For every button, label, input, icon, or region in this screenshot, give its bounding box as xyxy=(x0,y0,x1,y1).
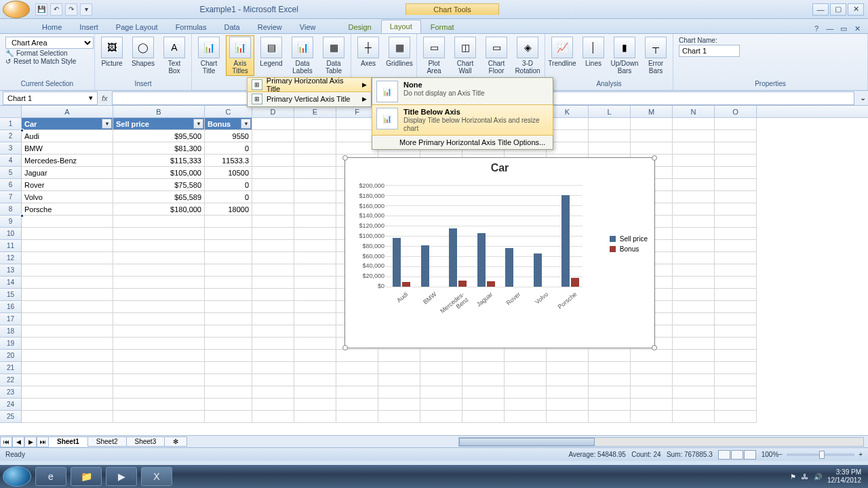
cell[interactable]: Audi xyxy=(22,130,113,142)
cell[interactable] xyxy=(252,264,294,277)
tab-formulas[interactable]: Formulas xyxy=(167,21,215,33)
cell[interactable] xyxy=(252,289,294,301)
row-header[interactable]: 20 xyxy=(0,350,22,362)
cell[interactable] xyxy=(589,374,631,386)
cell[interactable] xyxy=(294,155,336,167)
row-header[interactable]: 12 xyxy=(0,252,22,264)
cell[interactable] xyxy=(252,228,294,240)
chart-bar[interactable] xyxy=(505,248,513,287)
save-icon[interactable]: 💾 xyxy=(35,3,47,16)
cell[interactable] xyxy=(673,142,715,155)
cell[interactable] xyxy=(113,216,205,228)
cell[interactable] xyxy=(631,386,673,399)
row-header[interactable]: 22 xyxy=(0,374,22,386)
cell[interactable] xyxy=(113,350,205,362)
chart-bar[interactable] xyxy=(402,282,410,287)
qat-customize-icon[interactable]: ▾ xyxy=(80,3,92,16)
cell[interactable] xyxy=(252,252,294,264)
view-page-layout-button[interactable] xyxy=(731,450,743,460)
cell[interactable] xyxy=(22,399,113,411)
row-header[interactable]: 9 xyxy=(0,216,22,228)
cell[interactable]: Car▾ xyxy=(22,118,113,130)
cell[interactable] xyxy=(294,362,336,374)
cell[interactable] xyxy=(113,252,205,264)
tab-layout[interactable]: Layout xyxy=(381,20,421,33)
sheet-nav-prev[interactable]: ◀ xyxy=(12,436,24,447)
cell[interactable] xyxy=(113,362,205,374)
undo-icon[interactable]: ↶ xyxy=(50,3,62,16)
cell[interactable]: $95,500 xyxy=(113,130,205,142)
row-header[interactable]: 24 xyxy=(0,399,22,411)
cell[interactable] xyxy=(715,191,757,203)
cell[interactable] xyxy=(294,313,336,325)
cell[interactable] xyxy=(547,411,589,423)
cell[interactable] xyxy=(205,411,252,423)
cell[interactable] xyxy=(589,350,631,362)
cell[interactable] xyxy=(631,130,673,142)
cell[interactable] xyxy=(589,411,631,423)
cell[interactable] xyxy=(294,228,336,240)
close-button[interactable]: ✕ xyxy=(848,3,864,16)
cell[interactable] xyxy=(205,277,252,289)
tray-network-icon[interactable]: 🖧 xyxy=(802,473,808,481)
cell[interactable] xyxy=(715,386,757,399)
cell[interactable] xyxy=(589,118,631,130)
cell[interactable] xyxy=(378,399,420,411)
cell[interactable] xyxy=(547,350,589,362)
cell[interactable] xyxy=(673,301,715,313)
cell[interactable]: 0 xyxy=(205,142,252,155)
data-table-button[interactable]: ▦Data Table xyxy=(319,35,348,76)
selection-handle[interactable] xyxy=(20,129,24,132)
cell[interactable] xyxy=(715,130,757,142)
row-header[interactable]: 11 xyxy=(0,240,22,252)
cell[interactable]: Jaguar xyxy=(22,167,113,179)
cell[interactable] xyxy=(336,374,378,386)
row-header[interactable]: 10 xyxy=(0,228,22,240)
row-header[interactable]: 5 xyxy=(0,167,22,179)
tab-design[interactable]: Design xyxy=(340,21,379,33)
chart-bar[interactable] xyxy=(487,281,495,287)
chart-legend[interactable]: Sell price Bonus xyxy=(610,232,648,256)
plot-area-button[interactable]: ▭Plot Area xyxy=(420,35,448,76)
cell[interactable] xyxy=(631,399,673,411)
cell[interactable] xyxy=(294,289,336,301)
cell[interactable] xyxy=(22,277,113,289)
cell[interactable] xyxy=(673,228,715,240)
tab-home[interactable]: Home xyxy=(34,21,70,33)
cell[interactable] xyxy=(378,362,420,374)
row-header[interactable]: 2 xyxy=(0,130,22,142)
cell[interactable] xyxy=(673,411,715,423)
cell[interactable] xyxy=(715,167,757,179)
cell[interactable] xyxy=(589,386,631,399)
chart-bar[interactable] xyxy=(393,238,401,287)
cell[interactable] xyxy=(715,350,757,362)
selection-handle[interactable] xyxy=(20,214,24,218)
cell[interactable] xyxy=(22,216,113,228)
system-tray[interactable]: ⚑ 🖧 🔊 3:39 PM12/14/2012 xyxy=(790,468,865,485)
cell[interactable] xyxy=(252,155,294,167)
row-header[interactable]: 23 xyxy=(0,386,22,399)
cell[interactable] xyxy=(420,350,462,362)
cell[interactable] xyxy=(205,374,252,386)
cell[interactable] xyxy=(252,399,294,411)
chart-element-dropdown[interactable]: Chart Area xyxy=(5,37,94,49)
cell[interactable] xyxy=(294,374,336,386)
cell[interactable] xyxy=(673,374,715,386)
cell[interactable] xyxy=(113,228,205,240)
cell[interactable] xyxy=(505,411,547,423)
cell[interactable] xyxy=(715,155,757,167)
cell[interactable] xyxy=(205,240,252,252)
cell[interactable] xyxy=(673,216,715,228)
cell[interactable] xyxy=(673,130,715,142)
cell[interactable] xyxy=(715,313,757,325)
cell[interactable] xyxy=(631,142,673,155)
column-header[interactable]: O xyxy=(715,106,757,117)
format-selection-button[interactable]: 🔧 Format Selection xyxy=(5,49,68,57)
taskbar-clock[interactable]: 3:39 PM12/14/2012 xyxy=(827,468,861,485)
cell[interactable] xyxy=(22,301,113,313)
cell[interactable] xyxy=(462,350,505,362)
cell[interactable] xyxy=(589,399,631,411)
cell[interactable]: 18000 xyxy=(205,203,252,216)
cell[interactable]: 11533.3 xyxy=(205,155,252,167)
cell[interactable]: $105,000 xyxy=(113,167,205,179)
